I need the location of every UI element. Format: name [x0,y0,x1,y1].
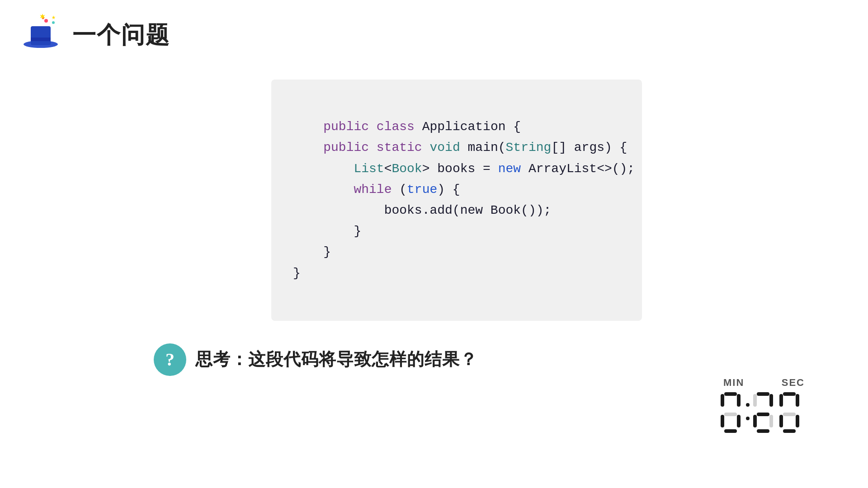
min-label: MIN [723,377,744,389]
svg-rect-25 [796,394,799,407]
svg-rect-28 [796,415,799,427]
svg-rect-19 [757,413,769,416]
svg-rect-11 [721,415,724,427]
svg-rect-12 [737,415,741,427]
header: 一个问题 [0,0,868,70]
code-line-2: public static void main(String[] args) { [293,141,627,155]
code-line-7: } [293,245,331,259]
timer-display [719,390,809,452]
code-line-5: books.add(new Book()); [293,203,551,217]
timer-svg [719,390,809,440]
svg-rect-5 [31,26,51,45]
code-line-8: } [293,266,301,280]
svg-rect-17 [753,394,757,407]
question-text: 思考：这段代码将导致怎样的结果？ [195,348,477,371]
svg-rect-13 [724,429,737,433]
svg-marker-1 [52,16,56,19]
svg-rect-9 [737,394,741,407]
svg-rect-24 [779,394,783,407]
logo-icon [18,13,63,58]
svg-rect-7 [724,392,737,396]
question-icon: ? [154,343,186,376]
svg-point-2 [52,21,55,24]
svg-rect-20 [753,415,757,427]
svg-rect-18 [769,394,773,407]
svg-rect-22 [757,429,769,433]
question-section: ? 思考：这段代码将导致怎样的结果？ [0,343,868,376]
timer-container: MIN SEC [719,377,809,452]
page-title: 一个问题 [72,19,170,51]
code-block: public class Application { public static… [293,96,620,305]
code-line-3: List<Book> books = new ArrayList<>(); [293,162,635,176]
svg-rect-23 [783,392,796,396]
svg-rect-27 [779,415,783,427]
svg-rect-26 [783,413,796,416]
svg-rect-10 [724,413,737,416]
svg-rect-6 [31,38,51,41]
svg-rect-15 [746,417,750,420]
svg-rect-16 [757,392,769,396]
svg-rect-8 [721,394,724,407]
svg-rect-21 [769,415,773,427]
timer-labels: MIN SEC [719,377,809,389]
sec-label: SEC [782,377,805,389]
code-block-container: public class Application { public static… [271,80,642,321]
code-line-1: public class Application { [323,120,521,134]
code-line-6: } [293,224,361,238]
svg-rect-14 [746,403,750,407]
svg-rect-29 [783,429,796,433]
svg-point-0 [44,19,48,23]
code-line-4: while (true) { [293,183,460,197]
question-mark: ? [165,351,175,369]
